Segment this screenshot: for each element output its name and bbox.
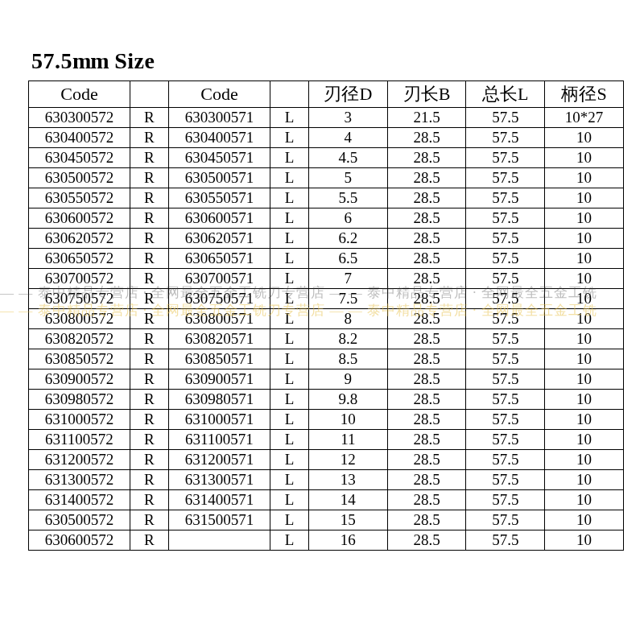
- cell: 631400572: [29, 490, 130, 510]
- cell: 8.5: [309, 349, 388, 369]
- cell: 631000572: [29, 410, 130, 430]
- cell: 630750571: [169, 289, 270, 309]
- cell: 631500571: [169, 510, 270, 530]
- table-row: 631200572R631200571L1228.557.510: [29, 450, 624, 470]
- cell: 630700572: [29, 269, 130, 289]
- cell: 5: [309, 168, 388, 188]
- cell: 630600571: [169, 208, 270, 229]
- cell: L: [270, 510, 308, 530]
- cell: 28.5: [387, 470, 466, 490]
- cell: 6: [309, 208, 388, 229]
- cell: R: [130, 188, 168, 208]
- cell: 631100571: [169, 430, 270, 450]
- cell: 3: [309, 108, 388, 128]
- cell: R: [130, 430, 168, 450]
- cell: 13: [309, 470, 388, 490]
- cell: L: [270, 168, 308, 188]
- cell: R: [130, 309, 168, 329]
- cell: 10: [545, 309, 624, 329]
- cell: 630800571: [169, 309, 270, 329]
- cell: 4.5: [309, 148, 388, 168]
- cell: 630500572: [29, 168, 130, 188]
- cell: 10*27: [545, 108, 624, 128]
- col-header-6: 总长L: [466, 81, 545, 108]
- cell: R: [130, 269, 168, 289]
- col-header-7: 柄径S: [545, 81, 624, 108]
- cell: 10: [545, 450, 624, 470]
- cell: 28.5: [387, 410, 466, 430]
- col-header-0: Code: [29, 81, 130, 108]
- table-row: 630500572R630500571L528.557.510: [29, 168, 624, 188]
- cell: R: [130, 450, 168, 470]
- cell: 57.5: [466, 289, 545, 309]
- cell: 28.5: [387, 430, 466, 450]
- cell: 10: [545, 510, 624, 530]
- cell: 28.5: [387, 450, 466, 470]
- cell: 630850571: [169, 349, 270, 369]
- cell: 10: [545, 490, 624, 510]
- table-row: 630450572R630450571L4.528.557.510: [29, 148, 624, 168]
- cell: L: [270, 229, 308, 249]
- spec-table: CodeCode刃径D刃长B总长L柄径S 630300572R630300571…: [28, 80, 624, 551]
- cell: 57.5: [466, 148, 545, 168]
- cell: 630300572: [29, 108, 130, 128]
- cell: 630650571: [169, 249, 270, 269]
- table-row: 630500572R631500571L1528.557.510: [29, 510, 624, 530]
- cell: 10: [545, 208, 624, 229]
- cell: 630400572: [29, 128, 130, 148]
- cell: 630500572: [29, 510, 130, 530]
- cell: 630980571: [169, 390, 270, 410]
- cell: 630900572: [29, 369, 130, 390]
- cell: 57.5: [466, 490, 545, 510]
- cell: 10: [545, 349, 624, 369]
- cell: 630500571: [169, 168, 270, 188]
- cell: L: [270, 188, 308, 208]
- cell: 6.2: [309, 229, 388, 249]
- cell: 9.8: [309, 390, 388, 410]
- cell: 57.5: [466, 510, 545, 530]
- cell: 630600572: [29, 530, 130, 551]
- cell: L: [270, 289, 308, 309]
- cell: 10: [545, 410, 624, 430]
- table-row: 630650572R630650571L6.528.557.510: [29, 249, 624, 269]
- cell: 57.5: [466, 329, 545, 349]
- cell: 10: [545, 390, 624, 410]
- cell: R: [130, 249, 168, 269]
- cell: 6.5: [309, 249, 388, 269]
- cell: L: [270, 410, 308, 430]
- cell: 8.2: [309, 329, 388, 349]
- cell: L: [270, 148, 308, 168]
- cell: R: [130, 530, 168, 551]
- cell: 28.5: [387, 229, 466, 249]
- cell: L: [270, 490, 308, 510]
- table-row: 630600572RL1628.557.510: [29, 530, 624, 551]
- cell: 630980572: [29, 390, 130, 410]
- cell: 15: [309, 510, 388, 530]
- table-row: 630850572R630850571L8.528.557.510: [29, 349, 624, 369]
- table-row: 630820572R630820571L8.228.557.510: [29, 329, 624, 349]
- cell: 630820572: [29, 329, 130, 349]
- cell: L: [270, 390, 308, 410]
- table-row: 630750572R630750571L7.528.557.510: [29, 289, 624, 309]
- cell: 57.5: [466, 108, 545, 128]
- cell: L: [270, 269, 308, 289]
- cell: 21.5: [387, 108, 466, 128]
- cell: 630820571: [169, 329, 270, 349]
- cell: 10: [545, 168, 624, 188]
- cell: 28.5: [387, 168, 466, 188]
- cell: 57.5: [466, 430, 545, 450]
- cell: 630700571: [169, 269, 270, 289]
- table-row: 630300572R630300571L321.557.510*27: [29, 108, 624, 128]
- cell: 28.5: [387, 188, 466, 208]
- cell: L: [270, 249, 308, 269]
- cell: 630450571: [169, 148, 270, 168]
- cell: 10: [309, 410, 388, 430]
- cell: 57.5: [466, 349, 545, 369]
- col-header-3: [270, 81, 308, 108]
- cell: 630550571: [169, 188, 270, 208]
- cell: 57.5: [466, 229, 545, 249]
- cell: 10: [545, 289, 624, 309]
- cell: R: [130, 168, 168, 188]
- cell: 28.5: [387, 490, 466, 510]
- cell: 57.5: [466, 269, 545, 289]
